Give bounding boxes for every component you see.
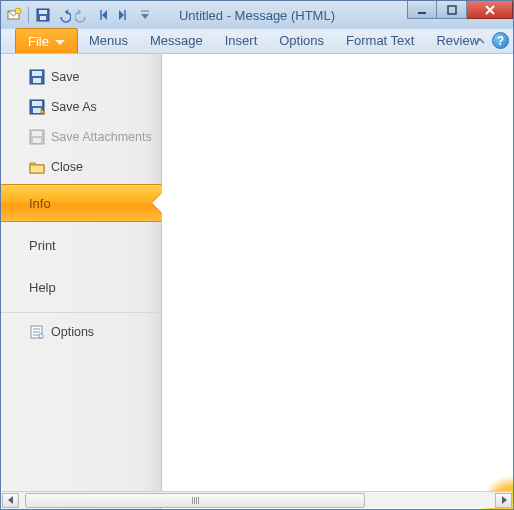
tab-options[interactable]: Options <box>268 28 335 53</box>
backstage-help-label: Help <box>29 280 56 295</box>
backstage-save-attachments: Save Attachments <box>1 122 161 152</box>
maximize-button[interactable] <box>437 1 467 19</box>
svg-rect-18 <box>33 108 41 113</box>
svg-rect-10 <box>448 6 456 14</box>
title-bar: Untitled - Message (HTML) <box>1 1 513 29</box>
qat-next-icon[interactable] <box>114 6 132 24</box>
backstage-save-label: Save <box>51 70 80 84</box>
backstage-info-label: Info <box>29 196 51 211</box>
qat-redo-icon[interactable] <box>74 6 92 24</box>
svg-rect-3 <box>39 10 47 14</box>
scroll-track[interactable] <box>19 493 495 508</box>
close-folder-icon <box>29 159 45 175</box>
backstage-options-label: Options <box>51 325 94 339</box>
backstage-info[interactable]: Info <box>1 184 161 222</box>
file-tab-label: File <box>28 34 49 49</box>
svg-marker-29 <box>8 496 13 504</box>
backstage-sidebar: Save Save As Save Attachments Close <box>1 54 162 509</box>
backstage-content <box>162 54 513 509</box>
backstage-close[interactable]: Close <box>1 152 161 182</box>
save-as-icon <box>29 99 45 115</box>
svg-marker-8 <box>141 14 149 19</box>
svg-rect-14 <box>32 71 42 76</box>
qat-customize-dropdown-icon[interactable] <box>136 6 154 24</box>
svg-rect-23 <box>30 165 44 173</box>
help-button[interactable]: ? <box>492 32 509 49</box>
scroll-thumb[interactable] <box>25 493 365 508</box>
svg-rect-21 <box>32 131 42 136</box>
qat-previous-icon[interactable] <box>94 6 112 24</box>
horizontal-scrollbar[interactable] <box>2 491 512 508</box>
backstage-close-label: Close <box>51 160 83 174</box>
qat-separator <box>28 7 29 23</box>
tab-menus[interactable]: Menus <box>78 28 139 53</box>
save-attachments-icon <box>29 129 45 145</box>
scroll-thumb-grip <box>192 497 199 504</box>
svg-rect-17 <box>32 101 42 106</box>
options-icon <box>29 324 45 340</box>
save-icon <box>29 69 45 85</box>
qat-new-mail-icon[interactable] <box>5 6 23 24</box>
scroll-right-button[interactable] <box>495 493 512 508</box>
svg-point-28 <box>39 334 43 338</box>
tab-message[interactable]: Message <box>139 28 214 53</box>
backstage-options[interactable]: Options <box>1 317 161 347</box>
backstage-print-label: Print <box>29 238 56 253</box>
backstage-save[interactable]: Save <box>1 62 161 92</box>
file-tab[interactable]: File <box>15 28 78 53</box>
qat-save-icon[interactable] <box>34 6 52 24</box>
close-button[interactable] <box>467 1 513 19</box>
backstage-save-as[interactable]: Save As <box>1 92 161 122</box>
backstage-separator <box>1 312 161 313</box>
backstage-print[interactable]: Print <box>1 224 161 266</box>
backstage-save-as-label: Save As <box>51 100 97 114</box>
svg-marker-5 <box>102 10 107 20</box>
backstage-help[interactable]: Help <box>1 266 161 308</box>
tab-insert[interactable]: Insert <box>214 28 269 53</box>
scroll-left-button[interactable] <box>2 493 19 508</box>
minimize-button[interactable] <box>407 1 437 19</box>
tab-format-text[interactable]: Format Text <box>335 28 425 53</box>
quick-access-toolbar <box>5 6 154 24</box>
collapse-ribbon-icon[interactable] <box>473 34 487 48</box>
svg-marker-6 <box>119 10 124 20</box>
window-controls <box>407 1 513 19</box>
svg-rect-22 <box>33 138 41 143</box>
backstage-save-attachments-label: Save Attachments <box>51 130 152 144</box>
qat-undo-icon[interactable] <box>54 6 72 24</box>
svg-point-1 <box>15 8 21 14</box>
svg-rect-4 <box>40 16 46 20</box>
ribbon-tab-bar: File Menus Message Insert Options Format… <box>1 29 513 54</box>
svg-marker-30 <box>502 496 507 504</box>
svg-rect-15 <box>33 78 41 83</box>
window: Untitled - Message (HTML) File Menus Mes… <box>0 0 514 510</box>
backstage-view: Save Save As Save Attachments Close <box>1 54 513 509</box>
